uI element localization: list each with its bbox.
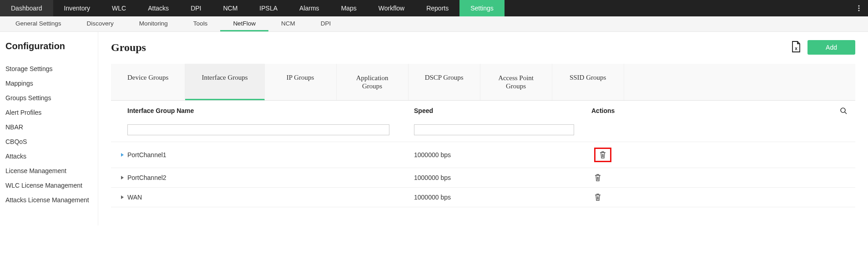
sidebar-item-attacks[interactable]: Attacks xyxy=(5,149,92,164)
sidebar-item-mappings[interactable]: Mappings xyxy=(5,76,92,91)
add-button[interactable]: Add xyxy=(807,40,855,55)
more-menu-icon[interactable] xyxy=(855,0,863,16)
table-row: PortChannel1 1000000 bps xyxy=(111,142,855,168)
delete-row-icon[interactable] xyxy=(594,193,601,201)
table-filter-row xyxy=(111,121,855,142)
search-icon[interactable] xyxy=(840,107,847,116)
svg-point-0 xyxy=(858,5,860,7)
nav-inventory[interactable]: Inventory xyxy=(53,0,101,16)
sidebar: Configuration Storage Settings Mappings … xyxy=(0,32,98,225)
nav-ncm[interactable]: NCM xyxy=(212,0,248,16)
subnav-discovery[interactable]: Discovery xyxy=(74,16,126,31)
subnav-dpi[interactable]: DPI xyxy=(308,16,344,31)
sidebar-item-license-management[interactable]: License Management xyxy=(5,164,92,178)
tab-interface-groups[interactable]: Interface Groups xyxy=(185,64,264,100)
nav-wlc[interactable]: WLC xyxy=(101,0,137,16)
svg-text:x: x xyxy=(795,46,797,51)
cell-name: PortChannel2 xyxy=(127,174,414,181)
subnav-netflow[interactable]: NetFlow xyxy=(220,16,268,31)
svg-line-5 xyxy=(845,112,847,114)
svg-marker-12 xyxy=(121,195,124,199)
svg-marker-9 xyxy=(121,176,124,179)
tab-ssid-groups[interactable]: SSID Groups xyxy=(552,64,624,100)
col-header-name: Interface Group Name xyxy=(127,107,414,114)
sub-nav: General Settings Discovery Monitoring To… xyxy=(0,16,868,32)
sidebar-item-cbqos[interactable]: CBQoS xyxy=(5,134,92,149)
sidebar-title: Configuration xyxy=(5,41,92,51)
tab-access-point-groups-label: Access PointGroups xyxy=(498,74,534,90)
sidebar-item-attacks-license[interactable]: Attacks License Management xyxy=(5,193,92,207)
groups-table: Interface Group Name Speed Actions PortC… xyxy=(111,101,855,207)
delete-row-icon[interactable] xyxy=(594,174,601,182)
expand-row-icon[interactable] xyxy=(117,195,127,200)
nav-ipsla[interactable]: IPSLA xyxy=(248,0,288,16)
tab-ip-groups[interactable]: IP Groups xyxy=(265,64,337,100)
tab-device-groups[interactable]: Device Groups xyxy=(111,64,185,100)
tab-application-groups[interactable]: ApplicationGroups xyxy=(337,64,409,100)
main-content: Groups x Add Device Groups Interface Gro… xyxy=(98,32,868,225)
filter-name-input[interactable] xyxy=(127,124,389,135)
sidebar-item-groups-settings[interactable]: Groups Settings xyxy=(5,91,92,105)
subnav-monitoring[interactable]: Monitoring xyxy=(126,16,181,31)
svg-point-2 xyxy=(858,10,860,11)
svg-point-1 xyxy=(858,8,860,9)
filter-speed-input[interactable] xyxy=(414,124,574,135)
nav-maps[interactable]: Maps xyxy=(330,0,368,16)
export-excel-icon[interactable]: x xyxy=(791,41,801,54)
nav-settings[interactable]: Settings xyxy=(459,0,505,16)
cell-speed: 1000000 bps xyxy=(414,151,591,159)
table-row: PortChannel2 1000000 bps xyxy=(111,168,855,188)
top-nav: Dashboard Inventory WLC Attacks DPI NCM … xyxy=(0,0,868,16)
subnav-tools[interactable]: Tools xyxy=(181,16,221,31)
tab-dscp-groups[interactable]: DSCP Groups xyxy=(409,64,480,100)
sidebar-item-nbar[interactable]: NBAR xyxy=(5,120,92,134)
table-header: Interface Group Name Speed Actions xyxy=(111,101,855,121)
nav-dashboard[interactable]: Dashboard xyxy=(0,0,53,16)
nav-workflow[interactable]: Workflow xyxy=(368,0,415,16)
group-type-tabs: Device Groups Interface Groups IP Groups… xyxy=(111,64,855,101)
col-header-actions: Actions xyxy=(591,107,646,114)
sidebar-item-wlc-license[interactable]: WLC License Management xyxy=(5,178,92,193)
expand-row-icon[interactable] xyxy=(117,175,127,180)
expand-row-icon[interactable] xyxy=(117,153,127,157)
nav-attacks[interactable]: Attacks xyxy=(137,0,180,16)
nav-reports[interactable]: Reports xyxy=(415,0,459,16)
nav-alarms[interactable]: Alarms xyxy=(288,0,330,16)
cell-speed: 1000000 bps xyxy=(414,194,591,201)
cell-name: WAN xyxy=(127,194,414,201)
delete-row-icon[interactable] xyxy=(594,148,611,162)
col-header-speed: Speed xyxy=(414,107,591,114)
cell-name: PortChannel1 xyxy=(127,151,414,159)
cell-speed: 1000000 bps xyxy=(414,174,591,181)
svg-marker-6 xyxy=(121,153,124,157)
subnav-general-settings[interactable]: General Settings xyxy=(3,16,74,31)
tab-access-point-groups[interactable]: Access PointGroups xyxy=(480,64,552,100)
tab-application-groups-label: ApplicationGroups xyxy=(356,74,389,90)
sidebar-item-alert-profiles[interactable]: Alert Profiles xyxy=(5,105,92,120)
svg-point-4 xyxy=(841,108,845,113)
page-title: Groups xyxy=(111,41,146,54)
subnav-ncm[interactable]: NCM xyxy=(268,16,308,31)
nav-dpi[interactable]: DPI xyxy=(180,0,212,16)
sidebar-item-storage-settings[interactable]: Storage Settings xyxy=(5,61,92,76)
table-row: WAN 1000000 bps xyxy=(111,188,855,207)
